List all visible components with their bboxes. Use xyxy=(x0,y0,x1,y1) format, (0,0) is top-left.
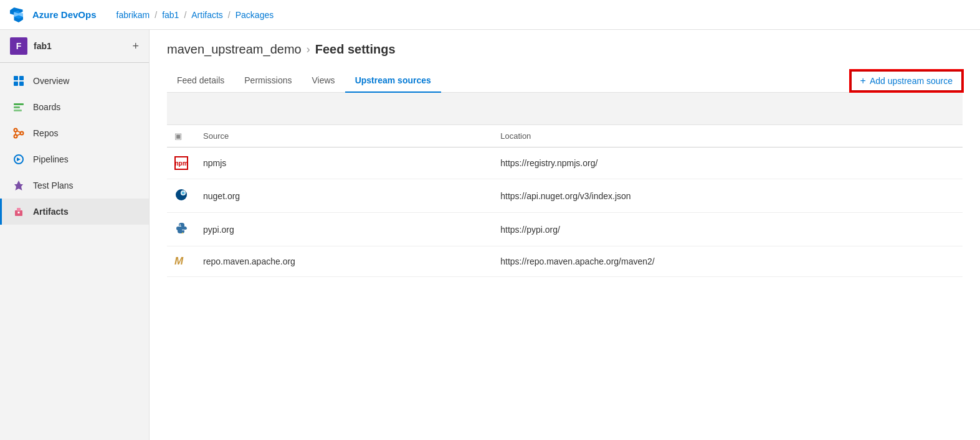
sidebar-item-overview[interactable]: Overview xyxy=(0,68,149,94)
plus-icon: + xyxy=(860,75,866,87)
boards-icon xyxy=(12,100,26,114)
table-row: M repo.maven.apache.org https://repo.mav… xyxy=(167,246,963,277)
sidebar-item-repos-label: Repos xyxy=(33,128,58,138)
npm-icon-cell: npm xyxy=(167,147,196,179)
logo-text: Azure DevOps xyxy=(32,9,97,20)
page-title: Feed settings xyxy=(315,42,396,57)
sidebar-item-artifacts[interactable]: Artifacts xyxy=(0,199,149,225)
sidebar-item-repos[interactable]: Repos xyxy=(0,120,149,146)
add-upstream-source-button[interactable]: + Add upstream source xyxy=(850,70,963,91)
main-layout: F fab1 + Overview xyxy=(0,30,980,440)
table-row: pypi.org https://pypi.org/ xyxy=(167,213,963,246)
svg-point-19 xyxy=(182,192,185,195)
nuget-icon-cell xyxy=(167,179,196,213)
sidebar-project: F fab1 + xyxy=(0,30,149,63)
nuget-icon xyxy=(174,194,188,204)
breadcrumb-artifacts[interactable]: Artifacts xyxy=(191,10,223,20)
breadcrumb: fabrikam / fab1 / Artifacts / Packages xyxy=(117,10,274,20)
pypi-icon-cell xyxy=(167,213,196,246)
svg-rect-6 xyxy=(14,110,22,111)
sidebar-item-pipelines[interactable]: Pipelines xyxy=(0,146,149,172)
sidebar-item-overview-label: Overview xyxy=(33,76,69,86)
svg-point-8 xyxy=(14,135,17,138)
tab-permissions[interactable]: Permissions xyxy=(234,69,302,93)
npm-source-name: npmjs xyxy=(196,147,493,179)
tab-views[interactable]: Views xyxy=(302,69,345,93)
maven-icon: M xyxy=(174,255,183,267)
overview-icon xyxy=(12,74,26,88)
table-row: nuget.org https://api.nuget.org/v3/index… xyxy=(167,179,963,213)
test-plans-icon xyxy=(12,179,26,192)
svg-rect-4 xyxy=(14,103,24,105)
col-icon-header: ▣ xyxy=(167,125,196,147)
svg-point-7 xyxy=(14,129,17,132)
sidebar-item-boards-label: Boards xyxy=(33,102,60,112)
svg-point-17 xyxy=(176,189,187,200)
sidebar-item-test-plans-label: Test Plans xyxy=(33,180,74,190)
sidebar-item-boards[interactable]: Boards xyxy=(0,94,149,120)
svg-point-9 xyxy=(21,132,24,135)
breadcrumb-packages[interactable]: Packages xyxy=(235,10,274,20)
breadcrumb-fab1[interactable]: fab1 xyxy=(162,10,179,20)
logo[interactable]: Azure DevOps xyxy=(10,6,97,24)
project-name: fab1 xyxy=(34,41,52,51)
maven-location: https://repo.maven.apache.org/maven2/ xyxy=(493,246,963,277)
svg-rect-0 xyxy=(14,76,18,80)
upstream-sources-table: ▣ Source Location npm npmjs https://regi… xyxy=(167,125,963,277)
sidebar-item-artifacts-label: Artifacts xyxy=(33,207,69,217)
pipelines-icon xyxy=(12,152,26,166)
sidebar-add-button[interactable]: + xyxy=(132,40,139,53)
svg-rect-2 xyxy=(14,82,18,86)
add-upstream-label: Add upstream source xyxy=(870,76,953,86)
filter-bar xyxy=(167,93,963,125)
maven-source-name: repo.maven.apache.org xyxy=(196,246,493,277)
svg-rect-1 xyxy=(19,76,24,80)
nuget-source-name: nuget.org xyxy=(196,179,493,213)
page-title-area: maven_upstream_demo › Feed settings xyxy=(167,42,963,57)
svg-rect-5 xyxy=(14,106,20,108)
topbar: Azure DevOps fabrikam / fab1 / Artifacts… xyxy=(0,0,980,30)
sidebar: F fab1 + Overview xyxy=(0,30,150,440)
maven-icon-cell: M xyxy=(167,246,196,277)
azure-devops-logo-icon xyxy=(10,6,27,24)
project-avatar: F xyxy=(10,37,27,55)
repos-icon xyxy=(12,126,26,140)
table-row: npm npmjs https://registry.npmjs.org/ xyxy=(167,147,963,179)
doc-icon: ▣ xyxy=(174,131,182,141)
nuget-location: https://api.nuget.org/v3/index.json xyxy=(493,179,963,213)
sidebar-item-pipelines-label: Pipelines xyxy=(33,154,69,164)
sidebar-nav: Overview Boards xyxy=(0,63,149,230)
svg-rect-15 xyxy=(17,208,21,211)
svg-line-12 xyxy=(17,134,21,136)
tab-feed-details[interactable]: Feed details xyxy=(167,69,234,93)
artifacts-icon xyxy=(12,205,26,218)
sidebar-item-test-plans[interactable]: Test Plans xyxy=(0,172,149,199)
npm-icon: npm xyxy=(174,156,188,170)
pypi-location: https://pypi.org/ xyxy=(493,213,963,246)
tabs-bar: Feed details Permissions Views Upstream … xyxy=(167,69,963,93)
svg-rect-3 xyxy=(19,82,24,86)
tab-upstream-sources[interactable]: Upstream sources xyxy=(345,69,441,93)
content-area: maven_upstream_demo › Feed settings Feed… xyxy=(150,30,980,440)
pypi-icon xyxy=(174,227,188,237)
svg-line-11 xyxy=(17,131,21,133)
col-location-header: Location xyxy=(493,125,963,147)
svg-rect-16 xyxy=(18,212,20,213)
npm-location: https://registry.npmjs.org/ xyxy=(493,147,963,179)
col-source-header: Source xyxy=(196,125,493,147)
breadcrumb-fabrikam[interactable]: fabrikam xyxy=(117,10,150,20)
feed-name: maven_upstream_demo xyxy=(167,42,302,57)
pypi-source-name: pypi.org xyxy=(196,213,493,246)
